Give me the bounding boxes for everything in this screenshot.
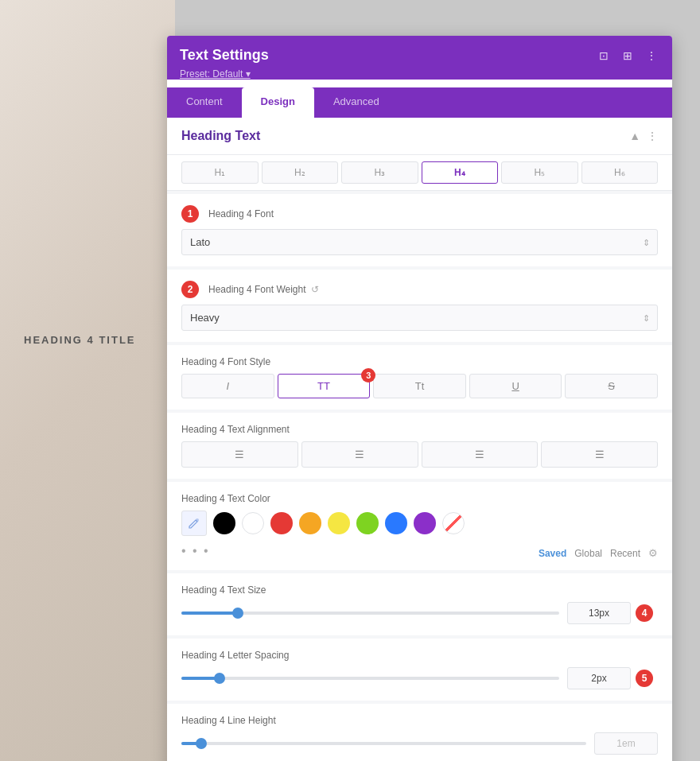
heading4-weight-label: 2 Heading 4 Font Weight ↺ (181, 281, 658, 298)
heading4-line-height-section: Heading 4 Line Height (167, 704, 672, 761)
settings-panel: Text Settings ⊡ ⊞ ⋮ Preset: Default ▾ Co… (167, 36, 672, 761)
heading4-style-label: Heading 4 Font Style (181, 356, 658, 367)
letter-spacing-value-input[interactable] (567, 667, 631, 689)
strikethrough-button[interactable]: S (565, 374, 658, 398)
section-header: Heading Text ▲ ⋮ (167, 118, 672, 155)
heading4-font-select[interactable]: Lato (181, 229, 658, 255)
line-height-slider-row (181, 732, 658, 755)
svg-point-0 (196, 518, 199, 522)
italic-button[interactable]: I (181, 374, 274, 398)
badge-2: 2 (181, 281, 199, 298)
align-center-button[interactable]: ☰ (301, 441, 418, 468)
color-purple[interactable] (414, 512, 436, 534)
size-slider-thumb[interactable] (232, 608, 243, 619)
preset-label: Preset: Default ▾ (180, 68, 659, 80)
size-slider-fill (181, 612, 238, 615)
heading4-weight-select[interactable]: Heavy (181, 305, 658, 331)
tab-content[interactable]: Content (167, 87, 242, 118)
size-slider-track[interactable] (181, 612, 559, 615)
panel-header: Text Settings ⊡ ⊞ ⋮ Preset: Default ▾ (167, 36, 672, 80)
alignment-buttons: ☰ ☰ ☰ ☰ (181, 441, 658, 468)
section-title: Heading Text (181, 129, 260, 143)
line-height-value-wrapper (594, 732, 658, 755)
heading4-weight-label-text: Heading 4 Font Weight (208, 284, 306, 295)
color-tabs: Saved Global Recent ⚙ (539, 547, 658, 559)
h1-tab[interactable]: H₁ (181, 161, 259, 184)
font-style-buttons: I TT 3 Tt U S (181, 374, 658, 398)
recent-tab[interactable]: Recent (610, 548, 640, 559)
collapse-icon[interactable]: ▲ (629, 130, 640, 142)
h5-tab[interactable]: H₅ (501, 161, 578, 184)
badge-1: 1 (181, 205, 199, 223)
heading4-letter-spacing-label: Heading 4 Letter Spacing (181, 650, 658, 661)
panel-tabs: Content Design Advanced (167, 87, 672, 118)
color-yellow[interactable] (328, 512, 350, 534)
weight-reset-icon[interactable]: ↺ (311, 284, 319, 295)
section-menu-icon[interactable]: ⋮ (647, 130, 658, 142)
responsive-icon[interactable]: ⊡ (596, 48, 612, 64)
color-none[interactable] (442, 512, 465, 534)
align-justify-button[interactable]: ☰ (541, 441, 658, 468)
heading-tabs: H₁ H₂ H₃ H₄ H₅ H₆ (167, 155, 672, 191)
color-picker-button[interactable] (181, 511, 207, 536)
heading4-letter-spacing-section: Heading 4 Letter Spacing 5 (167, 639, 672, 701)
h4-tab[interactable]: H₄ (422, 161, 499, 184)
section-header-right: ▲ ⋮ (629, 130, 658, 142)
heading4-alignment-section: Heading 4 Text Alignment ☰ ☰ ☰ ☰ (167, 413, 672, 479)
more-colors-icon[interactable]: • • • (181, 544, 210, 558)
color-green[interactable] (356, 512, 379, 534)
heading4-size-label: Heading 4 Text Size (181, 584, 658, 596)
uppercase-button[interactable]: TT 3 (278, 374, 371, 398)
heading4-letter-spacing-label-text: Heading 4 Letter Spacing (181, 650, 289, 661)
tab-design[interactable]: Design (242, 87, 314, 118)
heading4-font-label-text: Heading 4 Font (208, 208, 274, 219)
color-white[interactable] (242, 512, 264, 534)
heading4-style-section: Heading 4 Font Style I TT 3 Tt U S (167, 345, 672, 410)
align-left-button[interactable]: ☰ (181, 441, 298, 468)
heading4-line-height-label: Heading 4 Line Height (181, 715, 658, 726)
heading4-size-label-text: Heading 4 Text Size (181, 584, 266, 596)
color-orange[interactable] (299, 512, 321, 534)
color-settings-icon[interactable]: ⚙ (648, 547, 658, 559)
heading4-weight-select-wrapper: Heavy (181, 305, 658, 331)
align-right-button[interactable]: ☰ (422, 441, 539, 468)
color-blue[interactable] (385, 512, 407, 534)
capitalize-button[interactable]: Tt (373, 374, 466, 398)
line-height-value-input[interactable] (594, 732, 658, 755)
badge-5: 5 (636, 670, 653, 687)
line-height-slider-track[interactable] (181, 742, 586, 745)
heading4-weight-section: 2 Heading 4 Font Weight ↺ Heavy (167, 270, 672, 342)
heading4-font-select-wrapper: Lato (181, 229, 658, 255)
saved-tab[interactable]: Saved (539, 548, 566, 559)
heading4-color-label-text: Heading 4 Text Color (181, 493, 270, 504)
letter-spacing-slider-row: 5 (181, 667, 658, 689)
heading4-line-height-label-text: Heading 4 Line Height (181, 715, 276, 726)
heading4-font-section: 1 Heading 4 Font Lato (167, 194, 672, 266)
letter-spacing-slider-thumb[interactable] (214, 673, 225, 684)
panel-header-top: Text Settings ⊡ ⊞ ⋮ (180, 47, 659, 64)
heading4-size-section: Heading 4 Text Size 4 (167, 573, 672, 635)
layout-icon[interactable]: ⊞ (620, 48, 636, 64)
background-image (0, 0, 175, 761)
size-value-input[interactable] (567, 602, 631, 624)
size-value-wrapper: 4 (567, 602, 658, 624)
color-swatches-row (181, 511, 658, 536)
color-red[interactable] (270, 512, 293, 534)
heading-4-overlay: HEADING 4 TITLE (24, 334, 136, 346)
preset-value[interactable]: Preset: Default ▾ (180, 68, 251, 80)
h2-tab[interactable]: H₂ (262, 161, 339, 184)
heading4-alignment-label-text: Heading 4 Text Alignment (181, 424, 290, 435)
panel-header-icons: ⊡ ⊞ ⋮ (596, 48, 659, 64)
color-black[interactable] (213, 512, 235, 534)
h3-tab[interactable]: H₃ (341, 161, 418, 184)
badge-4: 4 (636, 604, 653, 622)
global-tab[interactable]: Global (574, 548, 602, 559)
letter-spacing-slider-track[interactable] (181, 677, 559, 680)
tab-advanced[interactable]: Advanced (314, 87, 399, 118)
more-options-icon[interactable]: ⋮ (644, 48, 659, 64)
underline-button[interactable]: U (469, 374, 562, 398)
panel-title: Text Settings (180, 47, 269, 64)
heading4-color-label: Heading 4 Text Color (181, 493, 658, 504)
line-height-slider-thumb[interactable] (196, 738, 207, 749)
h6-tab[interactable]: H₆ (581, 161, 659, 184)
